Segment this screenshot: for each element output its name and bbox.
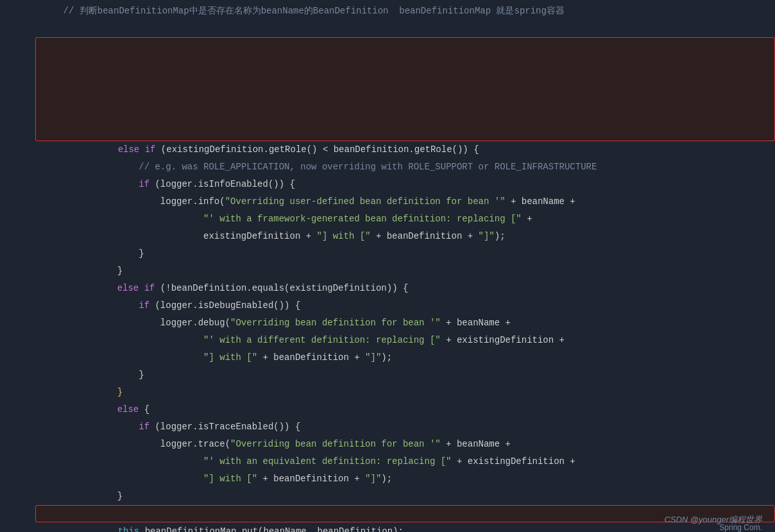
code-lines: // 判断beanDefinitionMap中是否存在名称为beanName的B… bbox=[35, 0, 775, 525]
code-line: logger.debug("Overriding bean definition… bbox=[35, 297, 775, 314]
code-line: "] with [" + beanDefinition + "]"); bbox=[35, 453, 775, 470]
code-line: } bbox=[35, 349, 775, 366]
code-line: else { bbox=[35, 384, 775, 401]
code-line: } bbox=[35, 366, 775, 384]
code-line: BeanDefinition existingDefinition = this… bbox=[35, 20, 775, 37]
code-line: } bbox=[35, 245, 775, 262]
code-line: } bbox=[35, 488, 775, 505]
code-line: if (logger.isDebugEnabled()) { bbox=[35, 280, 775, 297]
code-line: existingDefinition + "] with [" + beanDe… bbox=[35, 210, 775, 228]
code-line-highlight: } bbox=[35, 107, 775, 124]
code-line: } bbox=[35, 228, 775, 245]
code-editor: // 判断beanDefinitionMap中是否存在名称为beanName的B… bbox=[0, 0, 775, 532]
code-line: // 判断beanDefinitionMap中是否存在名称为beanName的B… bbox=[35, 3, 775, 20]
code-line: else if (!beanDefinition.equals(existing… bbox=[35, 262, 775, 280]
watermark-spring: Spring Com. bbox=[719, 523, 762, 532]
code-line: } bbox=[35, 470, 775, 488]
code-line: "' with a framework-generated bean defin… bbox=[35, 193, 775, 210]
code-line-highlight-start: if (existingDefinition != null) { bbox=[35, 37, 775, 55]
code-line: if (logger.isInfoEnabled()) { bbox=[35, 159, 775, 176]
code-line: if (logger.isTraceEnabled()) { bbox=[35, 401, 775, 418]
code-line: logger.trace("Overriding bean definition… bbox=[35, 418, 775, 436]
code-line: logger.info("Overriding user-defined bea… bbox=[35, 176, 775, 193]
code-line-highlight-end: else if (existingDefinition.getRole() < … bbox=[35, 124, 775, 141]
code-line-highlight: // 如果配置BeanDefinition 不能被覆盖，此时就会报错 bbox=[35, 55, 775, 72]
code-line: "' with a different definition: replacin… bbox=[35, 314, 775, 332]
code-line: "' with an equivalent definition: replac… bbox=[35, 436, 775, 453]
code-line: "] with [" + beanDefinition + "]"); bbox=[35, 332, 775, 349]
code-line: // e.g. was ROLE_APPLICATION, now overri… bbox=[35, 141, 775, 159]
code-line-highlight: if (!isAllowBeanDefinitionOverriding()) … bbox=[35, 72, 775, 89]
code-line-highlight-throw: throw new BeanDefinitionOverrideExceptio… bbox=[35, 89, 775, 107]
